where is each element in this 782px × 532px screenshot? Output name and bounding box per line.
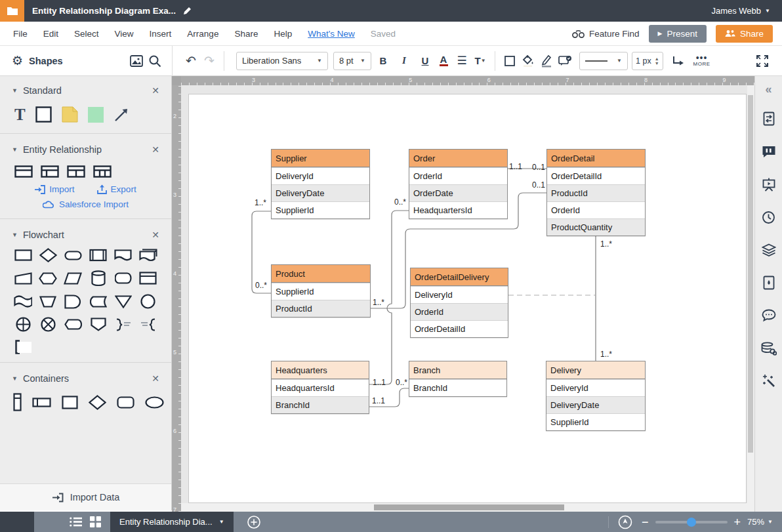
menu-edit[interactable]: Edit <box>43 29 58 39</box>
documents-folder-button[interactable] <box>0 0 24 22</box>
erd-table-delivery[interactable]: DeliveryDeliveryIdDeliveryDateSupplierId <box>546 361 646 431</box>
fullscreen-icon[interactable] <box>753 51 772 71</box>
shape-annotation-right[interactable] <box>115 318 131 331</box>
shape-display[interactable] <box>64 319 82 330</box>
close-icon[interactable]: ✕ <box>152 373 159 384</box>
search-shapes-icon[interactable] <box>146 51 164 71</box>
page-grid-icon[interactable] <box>85 512 105 532</box>
history-icon[interactable] <box>755 201 782 234</box>
text-align-button[interactable]: ☰ <box>453 51 471 71</box>
zoom-level[interactable]: 75% ▼ <box>747 517 773 527</box>
fill-color-icon[interactable] <box>519 51 537 71</box>
font-color-button[interactable]: A <box>434 51 453 71</box>
canvas[interactable]: SupplierDeliveryIdDeliveryDateSupplierId… <box>172 76 754 512</box>
close-icon[interactable]: ✕ <box>152 230 159 240</box>
cardinality-label[interactable]: 1..1 <box>373 378 386 387</box>
shape-arrow[interactable] <box>113 107 129 123</box>
shape-process[interactable] <box>14 249 32 262</box>
data-linking-icon[interactable] <box>755 332 782 365</box>
italic-button[interactable]: I <box>395 51 413 71</box>
section-containers[interactable]: ▼ Containers ✕ <box>0 364 171 388</box>
rename-pencil-icon[interactable] <box>182 7 192 16</box>
shape-rectangle-container[interactable] <box>62 396 78 409</box>
shape-terminator[interactable] <box>64 251 82 260</box>
erd-table-orderdetail[interactable]: OrderDetailOrderDetailIdProductIdOrderId… <box>546 149 646 236</box>
menu-share[interactable]: Share <box>234 29 258 39</box>
import-data-button[interactable]: Import Data <box>0 483 172 510</box>
erd-table-supplier[interactable]: SupplierDeliveryIdDeliveryDateSupplierId <box>271 149 370 219</box>
shape-delay[interactable] <box>64 295 81 309</box>
cardinality-label[interactable]: 0..* <box>255 281 267 290</box>
menu-select[interactable]: Select <box>74 29 99 39</box>
font-family-select[interactable]: Liberation Sans ▼ <box>236 52 328 70</box>
font-size-select[interactable]: 8 pt ▼ <box>333 52 371 70</box>
magic-wand-icon[interactable] <box>755 365 782 398</box>
shape-colored-square[interactable] <box>88 107 104 123</box>
shape-predefined-process[interactable] <box>89 249 107 262</box>
vertical-scrollbar[interactable] <box>747 85 754 503</box>
shape-data[interactable] <box>64 272 82 285</box>
shape-or[interactable] <box>16 317 31 332</box>
more-tools-button[interactable]: •••MORE <box>693 54 710 67</box>
menu-insert[interactable]: Insert <box>150 29 172 39</box>
shape-rounded-container[interactable] <box>117 396 134 409</box>
shape-database[interactable] <box>91 270 106 286</box>
erd-table-orderdetaildelivery[interactable]: OrderDetailDeliveryDeliveryIdOrderIdOrde… <box>410 268 508 338</box>
shape-sticky-note[interactable] <box>62 106 78 123</box>
undo-button[interactable]: ↶ <box>182 51 200 71</box>
cardinality-label[interactable]: 0..* <box>394 197 406 207</box>
menu-whats-new[interactable]: What's New <box>308 29 355 39</box>
cardinality-label[interactable]: 1..* <box>600 239 612 249</box>
menu-file[interactable]: File <box>13 29 28 39</box>
shape-paper-tape[interactable] <box>14 295 32 308</box>
shape-diamond-container[interactable] <box>89 395 106 410</box>
cardinality-label[interactable]: 0..1 <box>532 180 545 190</box>
erd-table-headquarters[interactable]: HeadquartersHeadquartersIdBranchId <box>271 361 369 414</box>
shape-off-page-connector[interactable] <box>91 317 106 331</box>
shape-ellipse-container[interactable] <box>145 396 164 409</box>
feature-find-button[interactable]: Feature Find <box>572 29 640 39</box>
zoom-slider[interactable] <box>655 521 728 523</box>
present-button[interactable]: ▶ Present <box>649 25 707 43</box>
sticky-notes-icon[interactable] <box>755 135 782 168</box>
text-options-button[interactable]: T▼ <box>471 51 489 71</box>
collapse-caret-icon[interactable]: ▼ <box>12 232 18 238</box>
zoom-fit-icon[interactable] <box>615 512 635 532</box>
erd-table-order[interactable]: OrderOrderIdOrderDateHeadquartersId <box>409 149 508 219</box>
shape-horizontal-container[interactable] <box>32 398 51 407</box>
insert-image-icon[interactable] <box>127 51 146 71</box>
close-icon[interactable]: ✕ <box>152 85 159 96</box>
section-flowchart[interactable]: ▼ Flowchart ✕ <box>0 220 171 244</box>
shape-internal-storage[interactable] <box>139 272 157 285</box>
shape-summing-junction[interactable] <box>41 317 56 332</box>
page-list-icon[interactable] <box>66 512 85 532</box>
collapse-caret-icon[interactable]: ▼ <box>12 146 18 153</box>
line-style-select[interactable]: ▼ <box>579 52 628 70</box>
section-entity-relationship[interactable]: ▼ Entity Relationship ✕ <box>0 135 171 159</box>
shape-connector[interactable] <box>140 294 155 309</box>
erd-table-product[interactable]: ProductSupplierIdProductId <box>271 264 371 317</box>
shape-vertical-container[interactable] <box>13 393 22 411</box>
menu-view[interactable]: View <box>115 29 134 39</box>
layers-icon[interactable] <box>755 234 782 266</box>
shape-er-entity-2[interactable] <box>41 165 59 178</box>
shape-direct-access-storage[interactable] <box>115 272 132 284</box>
underline-button[interactable]: U <box>416 51 434 71</box>
cardinality-label[interactable]: 0..* <box>396 378 407 387</box>
menu-arrange[interactable]: Arrange <box>187 29 218 39</box>
collapse-dock-icon[interactable]: « <box>755 76 782 102</box>
cardinality-label[interactable]: 0..1 <box>532 163 545 172</box>
shape-manual-input[interactable] <box>14 272 32 285</box>
shape-multiple-documents[interactable] <box>139 249 157 262</box>
redo-button[interactable]: ↷ <box>200 51 218 71</box>
document-settings-icon[interactable] <box>755 102 782 135</box>
shape-er-entity-4[interactable] <box>93 165 112 178</box>
menu-help[interactable]: Help <box>274 29 292 39</box>
shape-text[interactable]: T <box>14 107 26 123</box>
zoom-out-button[interactable]: − <box>642 516 649 528</box>
shape-rectangle[interactable] <box>35 106 52 123</box>
cardinality-label[interactable]: 1..* <box>373 298 384 307</box>
collapse-caret-icon[interactable]: ▼ <box>12 375 18 382</box>
shape-decision[interactable] <box>39 248 57 262</box>
zoom-in-button[interactable]: + <box>734 516 741 528</box>
